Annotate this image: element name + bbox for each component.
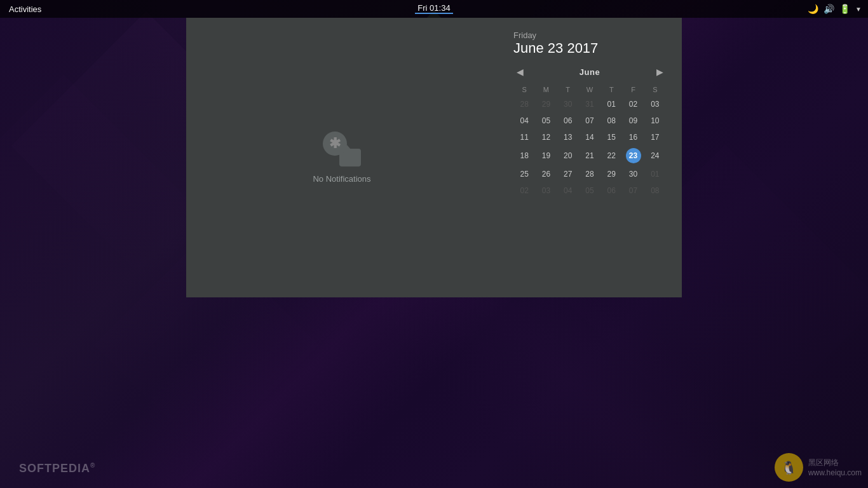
popup-panel: ✱ No Notifications Friday June 23 2017 ◀… xyxy=(186,18,682,297)
calendar-day[interactable]: 05 xyxy=(579,182,600,199)
calendar-day[interactable]: 29 xyxy=(535,96,557,112)
calendar-day[interactable]: 13 xyxy=(557,129,579,146)
topbar: Activities Fri 01:34 🌙 🔊 🔋 ▼ xyxy=(0,0,868,18)
calendar-day[interactable]: 07 xyxy=(622,182,644,199)
calendar-next-button[interactable]: ▶ xyxy=(653,67,666,77)
calendar-day[interactable]: 12 xyxy=(535,129,557,146)
calendar-day[interactable]: 04 xyxy=(557,182,579,199)
calendar-day[interactable]: 25 xyxy=(513,166,535,182)
calendar-day[interactable]: 01 xyxy=(644,166,666,182)
heiqu-text: 黑区网络 www.heiqu.com xyxy=(808,458,862,477)
calendar-day[interactable]: 02 xyxy=(622,96,644,112)
calendar-day[interactable]: 09 xyxy=(622,112,644,129)
calendar-day[interactable]: 03 xyxy=(535,182,557,199)
heiqu-logo-icon: 🐧 xyxy=(775,453,803,482)
notifications-panel: ✱ No Notifications xyxy=(186,18,498,297)
softpedia-watermark: SOFTPEDIA® xyxy=(19,462,95,475)
weekday-header: S xyxy=(644,83,666,96)
calendar-day[interactable]: 24 xyxy=(644,146,666,166)
calendar-day[interactable]: 08 xyxy=(600,112,622,129)
weekday-header: M xyxy=(535,83,557,96)
system-menu-arrow[interactable]: ▼ xyxy=(855,6,862,13)
weekday-header: S xyxy=(513,83,535,96)
calendar-day[interactable]: 23 xyxy=(622,146,644,166)
weekday-header: F xyxy=(622,83,644,96)
topbar-right: 🌙 🔊 🔋 ▼ xyxy=(808,4,862,14)
calendar-nav: ◀ June ▶ xyxy=(513,67,666,77)
calendar-day[interactable]: 30 xyxy=(557,96,579,112)
calendar-panel: Friday June 23 2017 ◀ June ▶ SMTWTFS 282… xyxy=(498,18,682,297)
calendar-day[interactable]: 22 xyxy=(600,146,622,166)
calendar-day[interactable]: 31 xyxy=(579,96,600,112)
notification-asterisk-icon: ✱ xyxy=(323,132,347,156)
calendar-full-date: June 23 2017 xyxy=(513,40,666,57)
heiqu-watermark: 🐧 黑区网络 www.heiqu.com xyxy=(775,453,862,482)
calendar-day[interactable]: 14 xyxy=(579,129,600,146)
calendar-day[interactable]: 03 xyxy=(644,96,666,112)
calendar-day[interactable]: 04 xyxy=(513,112,535,129)
volume-icon[interactable]: 🔊 xyxy=(824,4,834,14)
calendar-day[interactable]: 21 xyxy=(579,146,600,166)
calendar-day[interactable]: 07 xyxy=(579,112,600,129)
calendar-day[interactable]: 18 xyxy=(513,146,535,166)
calendar-day[interactable]: 28 xyxy=(513,96,535,112)
calendar-day[interactable]: 15 xyxy=(600,129,622,146)
calendar-day-name: Friday xyxy=(513,30,666,40)
calendar-day[interactable]: 06 xyxy=(557,112,579,129)
no-notifications-icon: ✱ xyxy=(323,132,361,166)
no-notifications-label: No Notifications xyxy=(313,174,370,184)
calendar-day[interactable]: 28 xyxy=(579,166,600,182)
clock-display[interactable]: Fri 01:34 xyxy=(417,4,450,12)
calendar-day[interactable]: 29 xyxy=(600,166,622,182)
calendar-day[interactable]: 27 xyxy=(557,166,579,182)
topbar-center: Fri 01:34 xyxy=(415,4,453,14)
calendar-day[interactable]: 10 xyxy=(644,112,666,129)
weekday-header: W xyxy=(579,83,600,96)
calendar-prev-button[interactable]: ◀ xyxy=(513,67,526,77)
calendar-month-title: June xyxy=(580,67,600,77)
weekday-header: T xyxy=(600,83,622,96)
night-mode-icon[interactable]: 🌙 xyxy=(808,4,818,14)
calendar-day[interactable]: 02 xyxy=(513,182,535,199)
calendar-date-header: Friday June 23 2017 xyxy=(513,30,666,57)
calendar-grid: SMTWTFS 28293031010203040506070809101112… xyxy=(513,83,666,199)
calendar-day[interactable]: 30 xyxy=(622,166,644,182)
calendar-day[interactable]: 20 xyxy=(557,146,579,166)
battery-icon[interactable]: 🔋 xyxy=(839,4,850,14)
topbar-left: Activities xyxy=(6,4,44,14)
calendar-day[interactable]: 19 xyxy=(535,146,557,166)
activities-button[interactable]: Activities xyxy=(6,4,44,14)
calendar-day[interactable]: 08 xyxy=(644,182,666,199)
calendar-day[interactable]: 17 xyxy=(644,129,666,146)
calendar-day[interactable]: 16 xyxy=(622,129,644,146)
clock-underline xyxy=(415,13,453,14)
calendar-day[interactable]: 01 xyxy=(600,96,622,112)
calendar-day[interactable]: 05 xyxy=(535,112,557,129)
calendar-day[interactable]: 11 xyxy=(513,129,535,146)
calendar-day[interactable]: 26 xyxy=(535,166,557,182)
weekday-header: T xyxy=(557,83,579,96)
calendar-day[interactable]: 06 xyxy=(600,182,622,199)
